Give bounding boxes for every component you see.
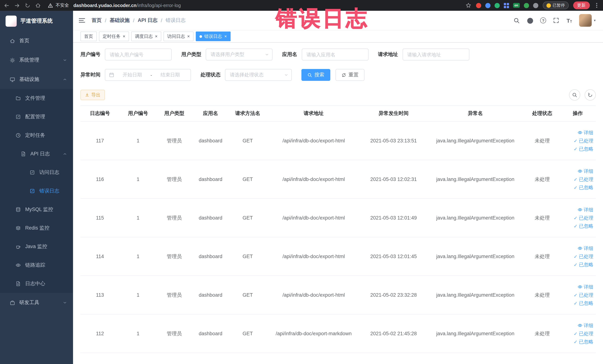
sidebar-item-infrastructure[interactable]: 基础设施 (0, 70, 73, 89)
processed-link[interactable]: ✓已处理 (561, 329, 594, 338)
breadcrumb-home[interactable]: 首页 (92, 17, 102, 24)
close-icon[interactable]: × (123, 34, 125, 39)
cell-actions: 详细 ✓已处理 ✓已忽略 (560, 314, 596, 353)
detail-link[interactable]: 详细 (561, 244, 594, 252)
tab-scheduled-jobs[interactable]: 定时任务× (99, 32, 129, 41)
processed-link[interactable]: ✓已处理 (561, 137, 594, 145)
forward-icon[interactable] (14, 2, 20, 8)
sidebar-item-config-mgmt[interactable]: 配置管理 (0, 107, 73, 126)
ignore-label: 已忽略 (579, 183, 593, 192)
extension-blue-drop-icon[interactable] (485, 3, 490, 8)
table-toolbar: 导出 (81, 89, 596, 101)
sidebar-item-system-mgmt[interactable]: 系统管理 (0, 50, 73, 70)
app-name-input[interactable] (302, 48, 368, 60)
extension-on-badge-icon[interactable]: on (513, 3, 520, 8)
sidebar-item-log-center[interactable]: 日志中心 (0, 274, 73, 293)
search-button[interactable]: 搜索 (302, 69, 330, 81)
ignore-link[interactable]: ✓已忽略 (561, 299, 594, 307)
col-user-type: 用户类型 (157, 106, 192, 121)
sidebar-item-api-logs[interactable]: API 日志 (0, 145, 73, 163)
sidebar-item-dev-tools[interactable]: 研发工具 (0, 293, 73, 312)
fullscreen-icon[interactable] (553, 17, 560, 23)
update-button[interactable]: 更新 (573, 1, 590, 9)
breadcrumb-infrastructure[interactable]: 基础设施 (110, 17, 130, 24)
briefcase-icon (10, 300, 15, 305)
detail-link[interactable]: 详细 (561, 167, 594, 175)
extension-plugin-icon[interactable] (533, 3, 538, 8)
detail-link[interactable]: 详细 (561, 206, 594, 214)
processed-link[interactable]: ✓已处理 (561, 252, 594, 260)
eye-icon (577, 207, 582, 212)
search-icon (307, 72, 312, 77)
tab-access-log[interactable]: 访问日志× (163, 32, 194, 41)
search-icon[interactable] (514, 17, 520, 23)
table-row: 117 1 管理员 dashboard GET /api/infra/db-do… (81, 121, 596, 160)
sidebar-item-home[interactable]: 首页 (0, 31, 73, 50)
sidebar-item-file-mgmt[interactable]: 文件管理 (0, 89, 73, 107)
cell-exception-time: 2021-05-03 12:02:31 (361, 160, 426, 199)
sidebar-item-access-log[interactable]: 访问日志 (0, 163, 73, 182)
paused-badge[interactable]: 已暂停 (543, 1, 568, 9)
ignore-link[interactable]: ✓已忽略 (561, 260, 594, 269)
processed-link[interactable]: ✓已处理 (561, 214, 594, 222)
ignore-link[interactable]: ✓已忽略 (561, 338, 594, 346)
user-type-select[interactable]: 请选择用户类型 (206, 48, 272, 60)
tab-error-log[interactable]: 错误日志× (196, 32, 231, 41)
tab-home[interactable]: 首页 (81, 32, 97, 41)
processed-label: 已处理 (579, 329, 593, 338)
detail-link[interactable]: 详细 (561, 321, 594, 329)
hamburger-icon[interactable] (78, 17, 86, 24)
extension-leaf-icon[interactable] (524, 3, 529, 8)
ignore-link[interactable]: ✓已忽略 (561, 145, 594, 153)
reload-icon[interactable] (24, 2, 30, 8)
col-request-url: 请求地址 (266, 106, 361, 121)
breadcrumb-api-logs[interactable]: API 日志 (138, 17, 158, 24)
github-icon[interactable] (527, 17, 533, 23)
sidebar-item-scheduled-jobs[interactable]: 定时任务 (0, 126, 73, 145)
sidebar-item-tracing[interactable]: 链路追踪 (0, 256, 73, 274)
close-icon[interactable]: × (224, 34, 227, 39)
request-url-input[interactable] (402, 48, 469, 60)
back-icon[interactable] (4, 2, 10, 8)
bookmark-star-icon[interactable] (465, 2, 471, 8)
export-button[interactable]: 导出 (81, 90, 105, 100)
detail-link[interactable]: 详细 (561, 129, 594, 137)
sidebar-item-label: 文件管理 (25, 95, 45, 102)
sidebar-item-redis-monitor[interactable]: Redis 监控 (0, 219, 73, 237)
extension-red-icon[interactable] (476, 3, 481, 8)
reset-button[interactable]: 重置 (336, 69, 364, 81)
process-status-select[interactable]: 请选择处理状态 (225, 69, 292, 81)
search-button-label: 搜索 (314, 71, 325, 78)
detail-link[interactable]: 详细 (561, 283, 594, 291)
user-id-input[interactable] (105, 48, 172, 60)
security-chip[interactable]: 不安全 (47, 2, 69, 9)
processed-link[interactable]: ✓已处理 (561, 291, 594, 299)
sidebar-item-java-monitor[interactable]: Java 监控 (0, 237, 73, 256)
ignore-link[interactable]: ✓已忽略 (561, 183, 594, 192)
font-size-icon[interactable]: TT (567, 18, 572, 23)
date-range-picker[interactable]: 开始日期 - 结束日期 (105, 69, 191, 81)
ignore-label: 已忽略 (579, 260, 593, 269)
home-browser-icon[interactable] (35, 2, 41, 8)
extension-grid-icon[interactable] (504, 3, 509, 8)
user-menu[interactable]: ▾ (579, 14, 596, 27)
help-icon[interactable]: ? (540, 17, 546, 23)
layers-icon (16, 225, 21, 231)
address-bar[interactable]: dashboard.yudao.iocoder.cn/infra/log/api… (73, 3, 461, 8)
refresh-button[interactable] (584, 89, 596, 101)
search-toggle-button[interactable] (569, 89, 580, 101)
close-icon[interactable]: × (155, 34, 158, 39)
sidebar-item-error-log[interactable]: 错误日志 (0, 182, 73, 200)
ignore-link[interactable]: ✓已忽略 (561, 222, 594, 230)
sidebar-item-mysql-monitor[interactable]: MySQL 监控 (0, 200, 73, 219)
cell-app-name: dashboard (192, 121, 229, 160)
logo[interactable]: 芋道管理系统 (0, 11, 73, 31)
extension-teal-icon[interactable] (494, 3, 499, 8)
processed-link[interactable]: ✓已处理 (561, 175, 594, 183)
filter-label: 用户编号 (81, 51, 101, 58)
chevron-down-icon (265, 52, 269, 57)
browser-menu-icon[interactable] (594, 3, 599, 8)
close-icon[interactable]: × (187, 34, 190, 39)
tab-schedule-log[interactable]: 调度日志× (131, 32, 161, 41)
sidebar-item-label: 基础设施 (19, 76, 39, 83)
